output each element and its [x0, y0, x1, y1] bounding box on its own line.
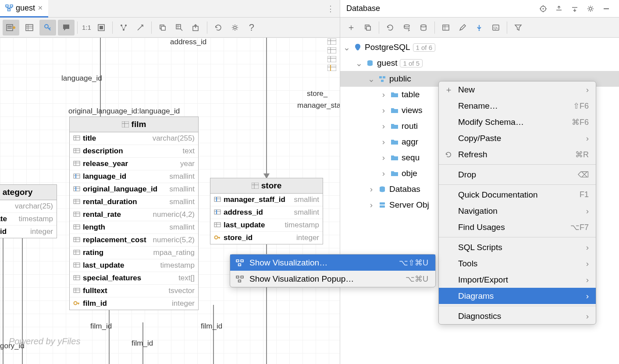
tool-edit[interactable] [454, 20, 471, 35]
column-row[interactable]: release_yearyear [70, 158, 198, 170]
tool-all-columns[interactable] [21, 20, 38, 35]
svg-rect-22 [327, 39, 336, 45]
chevron-right-icon[interactable]: › [367, 201, 375, 209]
column-icon [214, 234, 221, 241]
column-row[interactable]: store_idinteger [210, 232, 323, 244]
column-row[interactable]: last_updatetimestamp [70, 259, 198, 272]
menu-find-usages[interactable]: Find Usages ⌥F7 [439, 219, 596, 235]
column-row[interactable]: descriptiontext [70, 145, 198, 158]
panel-target-icon[interactable] [537, 2, 550, 15]
svg-rect-28 [327, 56, 336, 62]
column-row[interactable]: ratingmpaa_rating [70, 247, 198, 259]
menu-show-visualization-popup[interactable]: Show Visualization Popup… ⌥⌘U [230, 271, 435, 287]
tool-copy[interactable] [154, 20, 171, 35]
column-row[interactable]: lengthsmallint [70, 221, 198, 234]
column-row[interactable]: fulltexttsvector [70, 285, 198, 297]
tool-comments[interactable] [58, 20, 75, 35]
chevron-right-icon[interactable]: › [367, 185, 375, 193]
rel-label: address_id [170, 38, 206, 46]
menu-tools[interactable]: Tools › [439, 255, 596, 272]
tool-db-refresh[interactable] [382, 20, 398, 35]
gear-icon[interactable] [584, 2, 597, 15]
tool-show-keys[interactable] [39, 20, 56, 35]
plus-icon: ＋ [444, 85, 453, 94]
tab-close-icon[interactable]: ✕ [38, 4, 43, 11]
tool-layout[interactable] [115, 20, 132, 35]
panel-expand-icon[interactable] [552, 2, 566, 15]
diagram-canvas[interactable]: address_id language_id original_language… [0, 38, 340, 364]
tool-fit-content[interactable] [93, 20, 110, 35]
chevron-down-icon[interactable]: ⌄ [355, 59, 363, 67]
table-icon [327, 39, 336, 45]
entity-film[interactable]: film titlevarchar(255)descriptiontextrel… [69, 117, 199, 310]
chevron-right-icon[interactable]: › [380, 91, 388, 99]
tool-key-columns[interactable] [3, 20, 19, 35]
column-row[interactable]: y_idinteger [0, 226, 57, 238]
menu-navigation[interactable]: Navigation › [439, 203, 596, 219]
tool-jump[interactable] [471, 20, 487, 35]
chevron-right-icon[interactable]: › [380, 106, 388, 114]
tab-guest[interactable]: guest ✕ [0, 0, 48, 18]
column-row[interactable]: varchar(25) [0, 200, 57, 213]
menu-sql-scripts[interactable]: SQL Scripts › [439, 239, 596, 255]
column-name: manager_staff_id [224, 195, 285, 204]
column-row[interactable]: rental_durationsmallint [70, 196, 198, 209]
column-row[interactable]: rental_ratenumeric(4,2) [70, 209, 198, 221]
chevron-right-icon[interactable]: › [380, 138, 388, 146]
menu-show-visualization[interactable]: Show Visualization… ⌥⇧⌘U [230, 254, 435, 271]
tool-add-datasource[interactable]: ＋ [343, 20, 359, 35]
zoom-ratio-label[interactable]: 1:1 [80, 24, 93, 31]
tab-overflow-menu[interactable]: ⋮ [321, 4, 340, 14]
svg-point-6 [13, 26, 15, 29]
menu-modify-schema[interactable]: Modify Schema… ⌘F6 [439, 114, 596, 130]
entity-store[interactable]: store manager_staff_idsmallintaddress_id… [210, 178, 323, 244]
tree-row-guest[interactable]: ⌄ guest 1 of 5 [340, 55, 619, 71]
column-row[interactable]: address_idsmallint [210, 206, 323, 219]
svg-rect-87 [214, 197, 221, 201]
menu-quick-doc[interactable]: Quick Documentation F1 [439, 187, 596, 203]
minimize-icon[interactable] [600, 2, 613, 15]
panel-collapse-icon[interactable] [568, 2, 581, 15]
tool-db-stop[interactable] [415, 20, 432, 35]
database-icon [366, 59, 374, 67]
watermark: Powered by yFiles [9, 336, 80, 346]
menu-import-export[interactable]: Import/Export › [439, 272, 596, 288]
tool-settings[interactable] [227, 20, 243, 35]
tool-filter[interactable] [510, 20, 527, 35]
tool-db-sync[interactable] [398, 20, 415, 35]
column-row[interactable]: original_language_idsmallint [70, 183, 198, 196]
menu-rename[interactable]: Rename… ⇧F6 [439, 98, 596, 114]
entity-category[interactable]: ategory varchar(25)datetimestampy_idinte… [0, 184, 57, 238]
menu-diagrams[interactable]: Diagrams › [439, 288, 596, 304]
column-row[interactable]: last_updatetimestamp [210, 219, 323, 232]
tool-refresh[interactable] [210, 20, 227, 35]
tool-export[interactable] [188, 20, 204, 35]
menu-copy-paste[interactable]: Copy/Paste › [439, 130, 596, 146]
menu-drop[interactable]: Drop ⌫ [439, 166, 596, 183]
chevron-right-icon[interactable]: › [380, 170, 388, 177]
chevron-down-icon[interactable]: ⌄ [367, 75, 375, 83]
chevron-down-icon[interactable]: ⌄ [343, 43, 351, 51]
column-row[interactable]: replacement_costnumeric(5,2) [70, 234, 198, 247]
tool-help[interactable]: ? [243, 20, 260, 35]
tool-console[interactable]: QL [487, 20, 504, 35]
column-row[interactable]: language_idsmallint [70, 170, 198, 183]
menu-diagnostics[interactable]: Diagnostics › [439, 308, 596, 324]
chevron-right-icon[interactable]: › [380, 154, 388, 162]
svg-rect-1 [10, 5, 13, 7]
column-row[interactable]: film_idinteger [70, 297, 198, 310]
rel-label: film_id [90, 322, 112, 331]
svg-rect-4 [7, 26, 12, 27]
tool-route-edges[interactable] [132, 20, 149, 35]
tool-select[interactable] [171, 20, 188, 35]
column-row[interactable]: special_featurestext[] [70, 272, 198, 285]
tree-row-postgres[interactable]: ⌄ PostgreSQL 1 of 6 [340, 39, 619, 55]
chevron-right-icon[interactable]: › [380, 122, 388, 130]
column-row[interactable]: datetimestamp [0, 213, 57, 226]
menu-refresh[interactable]: Refresh ⌘R [439, 146, 596, 163]
column-row[interactable]: manager_staff_idsmallint [210, 194, 323, 206]
menu-new[interactable]: ＋ New › [439, 81, 596, 98]
column-row[interactable]: titlevarchar(255) [70, 132, 198, 145]
tool-table-view[interactable] [438, 20, 454, 35]
tool-duplicate[interactable] [359, 20, 376, 35]
